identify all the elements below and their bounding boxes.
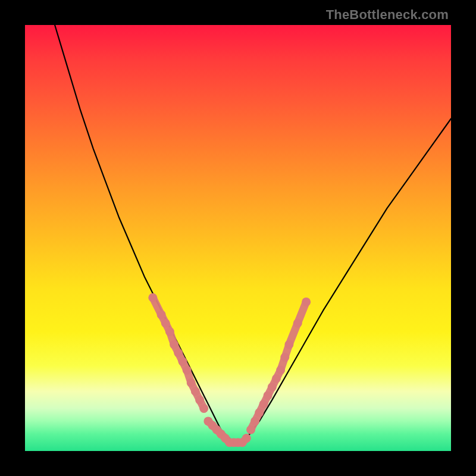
- right-branch-points-dot: [276, 366, 285, 375]
- right-branch-points-dot: [259, 400, 268, 409]
- right-branch-points-dot: [272, 374, 281, 383]
- left-branch-points-dot: [148, 293, 157, 302]
- curve-path: [55, 25, 451, 443]
- left-branch-points-dot: [195, 396, 204, 405]
- valley-floor-points-dot: [242, 434, 251, 443]
- left-branch-points-dot: [178, 357, 187, 366]
- chart-svg: [25, 25, 451, 451]
- left-branch-points-dot: [191, 387, 200, 396]
- right-branch-points-dot: [246, 425, 255, 434]
- left-branch-points-dot: [161, 319, 170, 328]
- left-branch-points-dot: [157, 310, 166, 319]
- right-branch-points-dot: [302, 298, 311, 306]
- right-branch-points-dot: [293, 319, 302, 328]
- right-branch-points-dot: [264, 391, 273, 400]
- chart-frame: TheBottleneck.com: [0, 0, 476, 476]
- left-branch-points-dot: [174, 349, 183, 358]
- highlight-points: [148, 293, 311, 447]
- left-branch-points-dot: [183, 366, 192, 375]
- right-branch-points-dot: [280, 353, 289, 362]
- right-branch-points-dot: [284, 340, 293, 349]
- attribution-text: TheBottleneck.com: [326, 7, 449, 23]
- right-branch-points-dot: [250, 416, 259, 425]
- left-branch-points-dot: [187, 378, 196, 387]
- bottleneck-curve: [55, 25, 451, 443]
- right-branch-points-dot: [268, 383, 277, 392]
- left-branch-points-dot: [170, 340, 178, 349]
- left-branch-points-dot: [199, 404, 208, 413]
- chart-plot-area: [25, 25, 451, 451]
- right-branch-points-dot: [255, 408, 264, 417]
- left-branch-points-dot: [165, 327, 174, 336]
